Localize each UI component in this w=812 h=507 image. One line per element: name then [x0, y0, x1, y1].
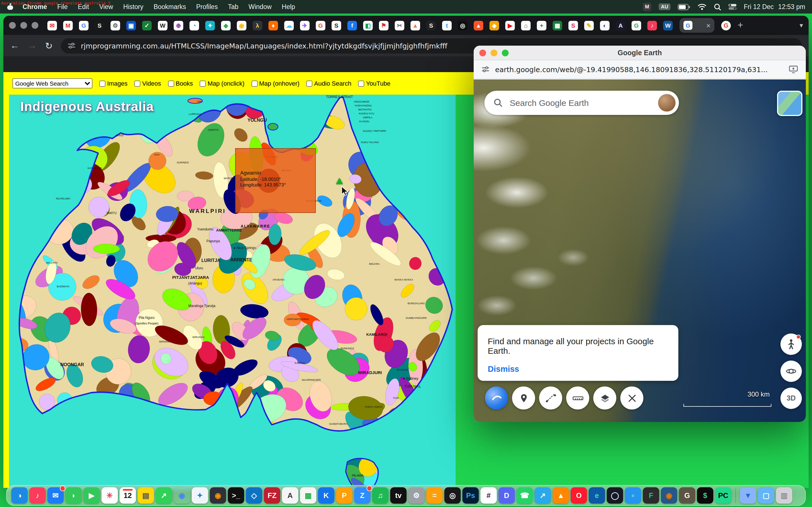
site-settings-icon[interactable] — [68, 42, 76, 50]
wifi-icon[interactable] — [698, 3, 707, 10]
browser-tab[interactable]: ▲ — [410, 20, 420, 30]
active-tab[interactable]: G × — [679, 18, 714, 33]
browser-tab[interactable]: S — [95, 20, 104, 30]
australia-language-map-svg[interactable]: TORRES STRAITANGGAMUDIYADHAYKENUWUTHATHI… — [9, 95, 456, 488]
browser-tab[interactable]: W — [158, 20, 167, 30]
close-window-button[interactable] — [479, 49, 486, 56]
dock-icon-messages[interactable]: ◗ — [65, 487, 82, 504]
keyboard-layout-badge[interactable]: AU — [659, 3, 670, 10]
minimize-window-button[interactable] — [491, 49, 497, 56]
dock-icon-spotify[interactable]: ♫ — [372, 487, 389, 504]
dock-icon-music[interactable]: ♪ — [29, 487, 46, 504]
dock-icon-finder[interactable]: ◑ — [11, 487, 28, 504]
dock-icon-maps[interactable]: ↗ — [156, 487, 172, 504]
browser-tab[interactable]: ✓ — [142, 20, 152, 30]
checkbox-map-onclick-[interactable]: Map (onclick) — [200, 80, 245, 87]
checkbox-input[interactable] — [168, 80, 174, 87]
dock-icon-zoom[interactable]: Z — [354, 487, 370, 504]
checkbox-map-onhover-[interactable]: Map (onhover) — [251, 80, 299, 87]
close-window-button[interactable] — [9, 22, 16, 29]
checkbox-input[interactable] — [358, 80, 364, 87]
tools-button[interactable] — [620, 386, 644, 409]
checkbox-images[interactable]: Images — [99, 80, 128, 87]
browser-tab[interactable]: ◧ — [363, 20, 373, 30]
browser-tab[interactable]: S — [332, 20, 341, 30]
browser-tab[interactable]: G — [631, 20, 641, 30]
dock-icon-trash[interactable]: ▥ — [776, 487, 792, 504]
dock-icon-filezilla[interactable]: FZ — [264, 487, 280, 504]
browser-tab[interactable]: S — [426, 20, 436, 30]
checkbox-input[interactable] — [99, 80, 105, 87]
menubar-item-chrome[interactable]: Chrome — [22, 3, 47, 10]
browser-tab[interactable]: f — [347, 20, 357, 30]
browser-tab[interactable]: ☁ — [284, 20, 294, 30]
tab-close-icon[interactable]: × — [706, 21, 711, 30]
ge-search-bar[interactable]: Search Google Earth — [485, 91, 679, 115]
dock-icon-figma[interactable]: F — [643, 487, 659, 504]
dock-icon-facetime[interactable]: ▶ — [84, 487, 100, 504]
battery-icon[interactable] — [678, 4, 690, 10]
browser-tab[interactable]: S — [568, 20, 578, 30]
browser-tab[interactable]: ▣ — [126, 20, 136, 30]
menubar-item-file[interactable]: File — [57, 3, 68, 10]
tab-search-chevron[interactable]: ▾ — [800, 21, 803, 29]
dock-icon-vscode[interactable]: ◇ — [246, 487, 262, 504]
menubar-item-profiles[interactable]: Profiles — [196, 3, 218, 10]
checkbox-input[interactable] — [134, 80, 140, 87]
draw-path-button[interactable] — [539, 386, 562, 409]
dock-icon-safari[interactable]: ✦ — [192, 487, 208, 504]
ge-address-bar[interactable]: earth.google.com/web/@-19.41990588,146.1… — [474, 60, 806, 79]
dock-icon-photos[interactable]: ✳ — [101, 487, 118, 504]
menubar-item-help[interactable]: Help — [282, 3, 295, 10]
browser-tab[interactable]: ✦ — [205, 20, 215, 30]
dock-icon-steam[interactable]: ◯ — [607, 487, 623, 504]
browser-tab[interactable]: ✂ — [395, 20, 404, 30]
dock-icon-settings[interactable]: ⚙ — [408, 487, 424, 504]
dock-icon-tv[interactable]: tv — [390, 487, 407, 504]
overview-minimap[interactable] — [777, 91, 802, 116]
dock-icon-whatsapp[interactable]: ☎ — [516, 487, 533, 504]
dock-icon-downloads[interactable]: ▼ — [740, 487, 756, 504]
browser-tab[interactable]: ◐ — [600, 20, 610, 30]
browser-tab[interactable]: ⚑ — [379, 20, 389, 30]
dock-icon-mail[interactable]: ✉ — [47, 487, 64, 504]
spotlight-search-icon[interactable] — [714, 3, 721, 10]
groote-eylandt[interactable] — [268, 123, 278, 130]
dock-icon-notes[interactable]: ▤ — [138, 487, 154, 504]
indigenous-australia-map[interactable]: TORRES STRAITANGGAMUDIYADHAYKENUWUTHATHI… — [9, 95, 456, 488]
menubar-item-history[interactable]: History — [123, 3, 144, 10]
browser-tab[interactable]: W — [663, 20, 673, 30]
menubar-item-bookmarks[interactable]: Bookmarks — [154, 3, 186, 10]
dock-icon-telegram[interactable]: ↗ — [535, 487, 551, 504]
checkbox-audio-search[interactable]: Audio Search — [306, 80, 351, 87]
browser-tab[interactable]: ⌂ — [521, 20, 530, 30]
browser-tab[interactable]: ✈ — [300, 20, 310, 30]
browser-tab[interactable]: ⊕ — [174, 20, 183, 30]
zoom-window-button[interactable] — [32, 22, 38, 29]
browser-tab[interactable]: ▶ — [505, 20, 515, 30]
dock-icon-calendar[interactable]: 12 — [119, 487, 136, 504]
browser-tab[interactable]: ♦ — [268, 20, 278, 30]
avatar[interactable] — [658, 94, 675, 112]
browser-tab[interactable]: ♪ — [647, 20, 657, 30]
dock-icon-pages[interactable]: P — [336, 487, 352, 504]
dock-icon-chrome[interactable]: ◉ — [174, 487, 190, 504]
dock-icon-firefox[interactable]: ◉ — [210, 487, 226, 504]
checkbox-input[interactable] — [251, 80, 257, 87]
browser-tab[interactable]: G — [721, 20, 731, 30]
dock-icon-calculator[interactable]: = — [426, 487, 443, 504]
checkbox-input[interactable] — [200, 80, 206, 87]
minimize-window-button[interactable] — [20, 22, 27, 29]
dismiss-button[interactable]: Dismiss — [488, 364, 668, 374]
dock-icon-gimp[interactable]: G — [679, 487, 695, 504]
browser-tab[interactable]: ▲ — [474, 20, 483, 30]
back-button[interactable]: ← — [10, 41, 19, 51]
browser-tab[interactable]: M — [63, 20, 73, 30]
dock-icon-folder[interactable]: ▢ — [758, 487, 774, 504]
site-settings-icon[interactable] — [481, 65, 490, 73]
dock-icon-terminal[interactable]: >_ — [228, 487, 244, 504]
browser-tab[interactable]: ◆ — [490, 20, 499, 30]
ge-satellite-view[interactable]: Search Google Earth Find and manage all … — [474, 79, 806, 422]
map-style-button[interactable] — [485, 386, 508, 409]
browser-tab[interactable]: A — [616, 20, 625, 30]
